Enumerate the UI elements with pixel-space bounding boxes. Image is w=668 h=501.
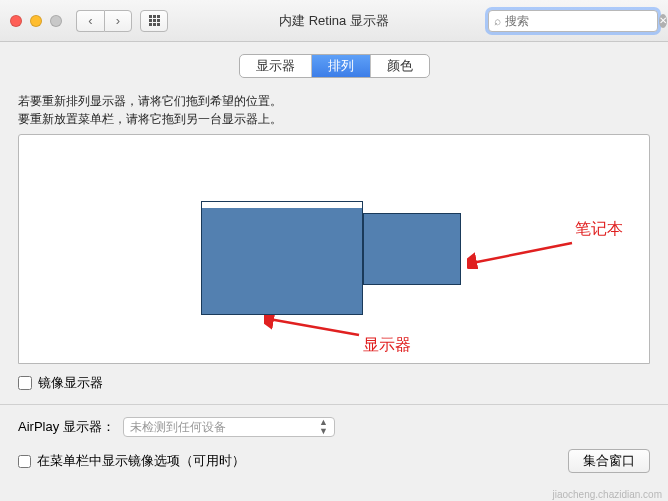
instruction-line-1: 若要重新排列显示器，请将它们拖到希望的位置。	[18, 92, 650, 110]
svg-line-1	[472, 243, 572, 263]
bottom-row: 在菜单栏中显示镜像选项（可用时） 集合窗口	[18, 449, 650, 473]
tab-display[interactable]: 显示器	[240, 55, 312, 77]
display-main[interactable]	[201, 207, 363, 315]
airplay-dropdown[interactable]: 未检测到任何设备 ▲▼	[123, 417, 335, 437]
grid-icon	[149, 15, 160, 26]
chevron-updown-icon: ▲▼	[319, 418, 328, 436]
tab-arrangement[interactable]: 排列	[312, 55, 371, 77]
instructions: 若要重新排列显示器，请将它们拖到希望的位置。 要重新放置菜单栏，请将它拖到另一台…	[18, 92, 650, 128]
annotation-monitor: 显示器	[363, 335, 411, 356]
show-all-button[interactable]	[140, 10, 168, 32]
nav-buttons: ‹ ›	[76, 10, 132, 32]
annotation-laptop: 笔记本	[575, 219, 623, 240]
close-button[interactable]	[10, 15, 22, 27]
arrangement-area: 笔记本 显示器	[18, 134, 650, 364]
svg-line-3	[269, 319, 359, 335]
search-box[interactable]: ⌕ ✕	[488, 10, 658, 32]
search-icon: ⌕	[494, 14, 501, 28]
mirror-label: 镜像显示器	[38, 374, 103, 392]
instruction-line-2: 要重新放置菜单栏，请将它拖到另一台显示器上。	[18, 110, 650, 128]
mirror-row: 镜像显示器	[18, 374, 650, 392]
arrow-laptop	[467, 239, 577, 269]
titlebar: ‹ › 内建 Retina 显示器 ⌕ ✕	[0, 0, 668, 42]
separator	[0, 404, 668, 405]
mirror-checkbox[interactable]	[18, 376, 32, 390]
watermark: jiaocheng.chazidian.com	[552, 489, 662, 500]
gather-windows-button[interactable]: 集合窗口	[568, 449, 650, 473]
traffic-lights	[10, 15, 62, 27]
airplay-row: AirPlay 显示器： 未检测到任何设备 ▲▼	[18, 417, 650, 437]
search-input[interactable]	[505, 14, 655, 28]
back-button[interactable]: ‹	[76, 10, 104, 32]
arrow-monitor	[264, 315, 364, 340]
menubar-label: 在菜单栏中显示镜像选项（可用时）	[37, 452, 245, 470]
content: 显示器 排列 颜色 若要重新排列显示器，请将它们拖到希望的位置。 要重新放置菜单…	[0, 42, 668, 473]
forward-button[interactable]: ›	[104, 10, 132, 32]
minimize-button[interactable]	[30, 15, 42, 27]
tab-color[interactable]: 颜色	[371, 55, 429, 77]
clear-search-icon[interactable]: ✕	[659, 14, 667, 28]
menubar-checkbox[interactable]	[18, 455, 31, 468]
airplay-selected: 未检测到任何设备	[130, 419, 226, 436]
display-secondary[interactable]	[363, 213, 461, 285]
airplay-label: AirPlay 显示器：	[18, 418, 115, 436]
maximize-button[interactable]	[50, 15, 62, 27]
tabbar: 显示器 排列 颜色	[18, 54, 650, 78]
